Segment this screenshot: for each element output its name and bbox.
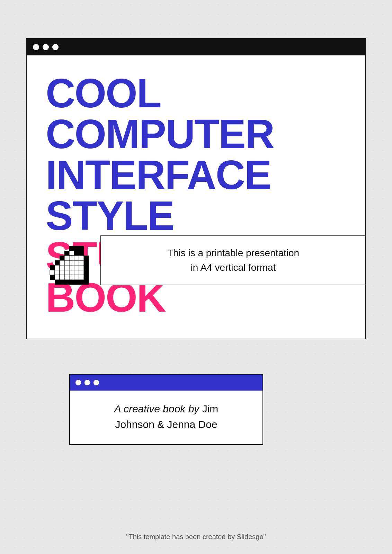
- svg-rect-12: [84, 256, 89, 260]
- main-window-titlebar: [27, 39, 365, 55]
- svg-rect-4: [79, 246, 84, 251]
- svg-rect-38: [55, 275, 60, 280]
- svg-rect-44: [84, 275, 89, 280]
- svg-rect-7: [64, 256, 69, 260]
- svg-rect-21: [55, 265, 60, 270]
- svg-rect-2: [69, 251, 74, 256]
- svg-rect-32: [64, 270, 69, 275]
- svg-rect-11: [79, 256, 84, 260]
- author-body: A creative book by JimJohnson & Jenna Do…: [70, 391, 262, 444]
- svg-rect-3: [74, 251, 79, 256]
- svg-rect-10: [79, 251, 84, 256]
- description-text: This is a printable presentation in A4 v…: [115, 246, 351, 275]
- svg-rect-20: [55, 260, 60, 265]
- svg-rect-29: [50, 270, 55, 275]
- title-line1: COOL COMPUTER: [46, 73, 346, 154]
- svg-rect-47: [64, 280, 69, 285]
- svg-rect-46: [60, 280, 64, 285]
- svg-rect-34: [74, 270, 79, 275]
- svg-rect-19: [84, 260, 89, 265]
- svg-rect-16: [69, 260, 74, 265]
- svg-rect-25: [74, 265, 79, 270]
- svg-rect-48: [69, 280, 74, 285]
- svg-rect-33: [69, 270, 74, 275]
- author-traffic-light-3: [93, 380, 99, 385]
- author-titlebar: [70, 375, 262, 391]
- description-box: This is a printable presentation in A4 v…: [100, 235, 366, 285]
- svg-rect-22: [60, 265, 64, 270]
- author-text: A creative book by JimJohnson & Jenna Do…: [84, 401, 249, 432]
- svg-rect-23: [64, 265, 69, 270]
- svg-rect-35: [79, 270, 84, 275]
- author-window: A creative book by JimJohnson & Jenna Do…: [69, 374, 263, 445]
- traffic-light-2: [43, 44, 49, 50]
- svg-rect-0: [69, 246, 74, 251]
- svg-rect-17: [74, 260, 79, 265]
- cursor-icon: [45, 242, 93, 291]
- svg-rect-14: [60, 260, 64, 265]
- svg-rect-18: [79, 260, 84, 265]
- description-line1: This is a printable presentation: [167, 248, 299, 258]
- svg-rect-45: [55, 280, 60, 285]
- author-traffic-light-1: [75, 380, 81, 385]
- svg-rect-28: [50, 265, 55, 270]
- svg-rect-43: [79, 275, 84, 280]
- svg-rect-24: [69, 265, 74, 270]
- svg-rect-9: [74, 256, 79, 260]
- main-window: COOL COMPUTER INTERFACE STYLE STUDENT BO…: [26, 38, 366, 339]
- svg-rect-26: [79, 265, 84, 270]
- svg-rect-40: [64, 275, 69, 280]
- svg-rect-39: [60, 275, 64, 280]
- svg-rect-6: [64, 251, 69, 256]
- svg-rect-15: [64, 260, 69, 265]
- svg-rect-13: [60, 256, 64, 260]
- author-traffic-light-2: [84, 380, 90, 385]
- traffic-light-1: [33, 44, 39, 50]
- svg-rect-1: [74, 246, 79, 251]
- svg-rect-31: [60, 270, 64, 275]
- footer: "This template has been created by Slide…: [0, 533, 392, 541]
- svg-rect-49: [74, 280, 79, 285]
- svg-rect-27: [84, 265, 89, 270]
- svg-rect-50: [79, 280, 84, 285]
- title-line2: INTERFACE STYLE: [46, 154, 346, 236]
- traffic-light-3: [52, 44, 59, 50]
- svg-rect-36: [84, 270, 89, 275]
- window-body: COOL COMPUTER INTERFACE STYLE STUDENT BO…: [27, 55, 365, 339]
- svg-rect-41: [69, 275, 74, 280]
- svg-rect-37: [50, 275, 55, 280]
- description-line2: in A4 vertical format: [191, 262, 276, 273]
- svg-rect-51: [84, 280, 89, 285]
- svg-rect-30: [55, 270, 60, 275]
- svg-rect-42: [74, 275, 79, 280]
- author-prefix: A creative book by: [114, 403, 199, 414]
- svg-rect-8: [69, 256, 74, 260]
